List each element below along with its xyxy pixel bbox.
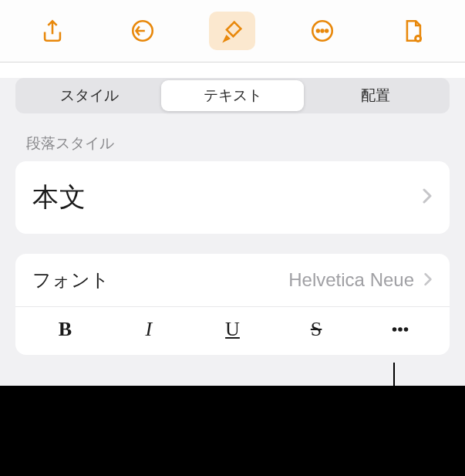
- segmented-control: スタイル テキスト 配置: [15, 78, 450, 113]
- svg-point-2: [317, 30, 319, 32]
- font-value: Helvetica Neue: [288, 269, 414, 291]
- tab-text[interactable]: テキスト: [161, 80, 305, 111]
- top-toolbar: [0, 0, 465, 62]
- tab-arrange[interactable]: 配置: [304, 80, 447, 111]
- format-panel: スタイル テキスト 配置 段落スタイル 本文 フォント Helvetica Ne…: [0, 78, 465, 402]
- chevron-right-icon: [422, 186, 433, 210]
- svg-point-8: [398, 327, 403, 332]
- paragraph-style-value: 本文: [32, 180, 86, 215]
- ellipsis-icon: [389, 318, 412, 341]
- more-text-options-button[interactable]: [358, 318, 442, 341]
- more-icon: [309, 18, 335, 44]
- paintbrush-icon: [219, 18, 245, 44]
- toolbar-divider: [0, 62, 465, 62]
- bottom-letterbox: [0, 386, 465, 476]
- underline-button[interactable]: U: [190, 318, 275, 341]
- undo-button[interactable]: [120, 12, 166, 50]
- font-card: フォント Helvetica Neue B I U S: [15, 254, 450, 355]
- undo-icon: [130, 18, 156, 44]
- italic-button[interactable]: I: [107, 318, 191, 341]
- more-button[interactable]: [299, 12, 345, 50]
- svg-point-9: [403, 327, 408, 332]
- chevron-right-icon: [423, 268, 433, 292]
- strikethrough-button[interactable]: S: [275, 318, 359, 341]
- bold-button[interactable]: B: [23, 318, 107, 341]
- svg-point-7: [392, 327, 396, 332]
- tab-style[interactable]: スタイル: [18, 80, 161, 111]
- svg-point-3: [322, 30, 324, 32]
- format-buttons-row: B I U S: [15, 307, 450, 355]
- document-options-button[interactable]: [389, 12, 436, 50]
- svg-point-6: [416, 37, 420, 40]
- paragraph-style-row[interactable]: 本文: [15, 161, 450, 234]
- font-value-wrap: Helvetica Neue: [288, 268, 433, 292]
- paragraph-section-label: 段落スタイル: [0, 113, 465, 161]
- document-icon: [399, 18, 426, 44]
- svg-point-4: [325, 30, 328, 32]
- font-label: フォント: [32, 268, 110, 292]
- format-button[interactable]: [209, 12, 255, 50]
- font-row[interactable]: フォント Helvetica Neue: [15, 254, 450, 307]
- share-button[interactable]: [29, 12, 76, 50]
- share-icon: [39, 18, 66, 44]
